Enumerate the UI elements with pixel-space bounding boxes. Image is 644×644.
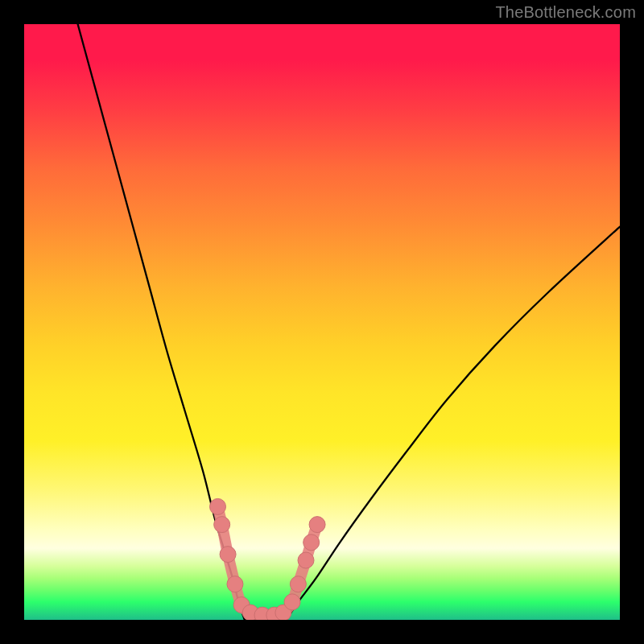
plot-area bbox=[24, 24, 620, 620]
marker-bead bbox=[227, 576, 243, 592]
marker-bead bbox=[220, 547, 236, 563]
watermark-text: TheBottleneck.com bbox=[495, 3, 636, 22]
marker-bead bbox=[303, 535, 320, 551]
marker-bead bbox=[210, 498, 226, 514]
marker-bead bbox=[214, 517, 230, 533]
marker-bead bbox=[309, 517, 325, 533]
curve-layer bbox=[24, 24, 620, 620]
marker-bead bbox=[284, 594, 300, 610]
curve-right-branch bbox=[287, 227, 620, 620]
marker-bead bbox=[290, 576, 306, 592]
chart-frame: TheBottleneck.com bbox=[0, 0, 644, 644]
marker-bead bbox=[298, 552, 314, 568]
